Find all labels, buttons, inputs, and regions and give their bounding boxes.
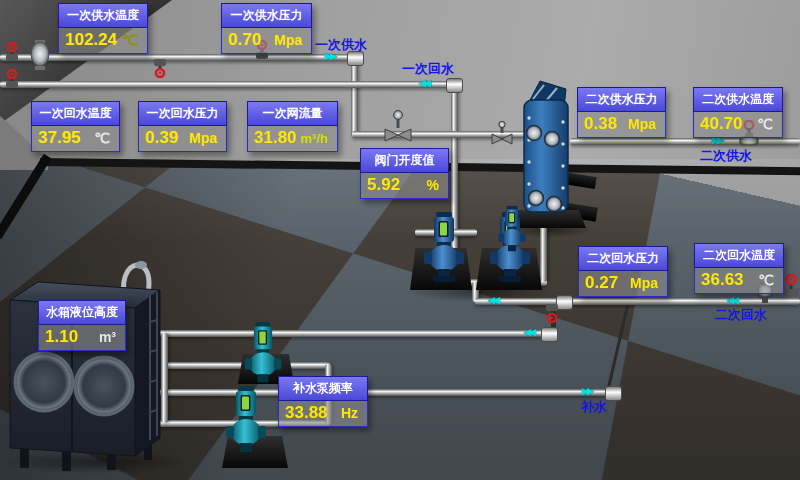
balance-valve-icon[interactable]: [491, 121, 513, 145]
branch-valve-icon[interactable]: [544, 303, 560, 323]
value-number: 0.70: [228, 30, 261, 50]
value-number: 36.63: [701, 270, 744, 290]
panel-value: 5.92 %: [360, 173, 449, 199]
value-number: 40.70: [700, 114, 743, 134]
hand-valve-icon[interactable]: [4, 42, 20, 62]
control-valve-icon[interactable]: [384, 110, 412, 142]
pipe-flange: [541, 327, 558, 342]
pipe-label-primary-return: 一次回水: [402, 60, 454, 78]
hmi-heating-station-screen: ▶▶ ◀◀ ▶▶ ◀◀ ◀◀ ◀◀ ▶▶: [0, 0, 800, 480]
panel-primary-network-flow: 一次网流量 31.80 m³/h: [247, 101, 338, 152]
panel-secondary-supply-temp: 二次供水温度 40.70 ℃: [693, 87, 783, 138]
value-unit: Mpa: [274, 32, 302, 48]
value-number: 5.92: [367, 175, 400, 195]
value-unit: %: [427, 177, 439, 193]
panel-valve-opening: 阀门开度值 5.92 %: [360, 148, 449, 199]
value-number: 0.27: [585, 273, 618, 293]
panel-title: 一次供水压力: [221, 3, 312, 28]
panel-primary-return-pressure: 一次回水压力 0.39 Mpa: [138, 101, 227, 152]
panel-value: 0.39 Mpa: [138, 126, 227, 152]
value-unit: Mpa: [628, 116, 656, 132]
value-unit: ℃: [122, 32, 138, 48]
panel-title: 一次回水温度: [31, 101, 120, 126]
value-unit: ℃: [758, 272, 774, 288]
plate-heat-exchanger[interactable]: [516, 78, 576, 218]
panel-primary-supply-pressure: 一次供水压力 0.70 Mpa: [221, 3, 312, 54]
value-number: 1.10: [45, 327, 78, 347]
panel-title: 补水泵频率: [278, 376, 368, 401]
hand-valve-icon[interactable]: [782, 274, 800, 298]
value-unit: Mpa: [189, 130, 217, 146]
panel-value: 31.80 m³/h: [247, 126, 338, 152]
flow-arrow-left-icon: ◀◀: [727, 295, 737, 305]
value-unit: ℃: [757, 116, 773, 132]
panel-value: 36.63 ℃: [694, 268, 784, 294]
value-unit: m³: [99, 329, 116, 345]
water-tank[interactable]: [4, 252, 174, 472]
pipe-primary-return: [0, 81, 452, 88]
value-number: 102.24: [65, 30, 117, 50]
value-unit: m³/h: [301, 131, 328, 146]
panel-value: 0.27 Mpa: [578, 271, 668, 297]
pipe-end-cap: [605, 386, 622, 401]
tank-hatch: [15, 353, 73, 411]
panel-value: 1.10 m³: [38, 325, 126, 351]
panel-title: 一次网流量: [247, 101, 338, 126]
makeup-pump-2[interactable]: [226, 384, 266, 458]
panel-value: 33.88 Hz: [278, 401, 368, 427]
panel-value: 0.38 Mpa: [577, 112, 666, 138]
panel-title: 一次供水温度: [58, 3, 148, 28]
flow-arrow-left-icon: ◀◀: [488, 295, 498, 305]
pipe-return-branch: [148, 330, 553, 337]
pipe-label-secondary-return: 二次回水: [715, 306, 767, 324]
pipe-flange: [446, 78, 463, 93]
flow-arrow-left-icon: ◀◀: [524, 327, 534, 337]
pipe-label-secondary-supply: 二次供水: [700, 147, 752, 165]
value-number: 0.39: [145, 128, 178, 148]
value-number: 31.80: [254, 128, 297, 148]
panel-title: 二次回水温度: [694, 243, 784, 268]
panel-title: 一次回水压力: [138, 101, 227, 126]
value-number: 0.38: [584, 114, 617, 134]
panel-title: 二次回水压力: [578, 246, 668, 271]
flow-arrow-left-icon: ◀◀: [419, 78, 429, 88]
panel-title: 阀门开度值: [360, 148, 449, 173]
hand-valve-icon[interactable]: [4, 69, 20, 89]
pipe-primary-supply-drop: [351, 60, 358, 136]
panel-value: 37.95 ℃: [31, 126, 120, 152]
circulation-pump-1[interactable]: [424, 212, 464, 282]
panel-value: 102.24 ℃: [58, 28, 148, 54]
panel-primary-return-temp: 一次回水温度 37.95 ℃: [31, 101, 120, 152]
value-unit: Hz: [341, 405, 358, 421]
panel-tank-level: 水箱液位高度 1.10 m³: [38, 300, 126, 351]
drain-valve-icon[interactable]: [152, 58, 168, 78]
panel-makeup-pump-frequency: 补水泵频率 33.88 Hz: [278, 376, 368, 427]
value-unit: Mpa: [630, 275, 658, 291]
value-number: 37.95: [38, 128, 81, 148]
pipe-secondary-return: [475, 298, 800, 305]
panel-secondary-supply-pressure: 二次供水压力 0.38 Mpa: [577, 87, 666, 138]
auxiliary-pump[interactable]: [498, 206, 526, 254]
value-unit: ℃: [94, 130, 110, 146]
panel-title: 二次供水压力: [577, 87, 666, 112]
panel-primary-supply-temp: 一次供水温度 102.24 ℃: [58, 3, 148, 54]
flow-arrow-right-icon: ▶▶: [582, 386, 592, 396]
panel-value: 0.70 Mpa: [221, 28, 312, 54]
makeup-pump-1[interactable]: [244, 322, 282, 386]
value-number: 33.88: [285, 403, 328, 423]
tank-hatch: [75, 357, 133, 415]
panel-secondary-return-temp: 二次回水温度 36.63 ℃: [694, 243, 784, 294]
panel-secondary-return-pressure: 二次回水压力 0.27 Mpa: [578, 246, 668, 297]
panel-value: 40.70 ℃: [693, 112, 783, 138]
pipe-label-primary-supply: 一次供水: [315, 36, 367, 54]
panel-title: 二次供水温度: [693, 87, 783, 112]
panel-title: 水箱液位高度: [38, 300, 126, 325]
strainer-icon: [28, 40, 52, 70]
pipe-label-makeup-water: 补水: [581, 398, 607, 416]
pipe-secondary-supply: [570, 138, 800, 145]
pipe-primary-supply: [0, 54, 352, 61]
